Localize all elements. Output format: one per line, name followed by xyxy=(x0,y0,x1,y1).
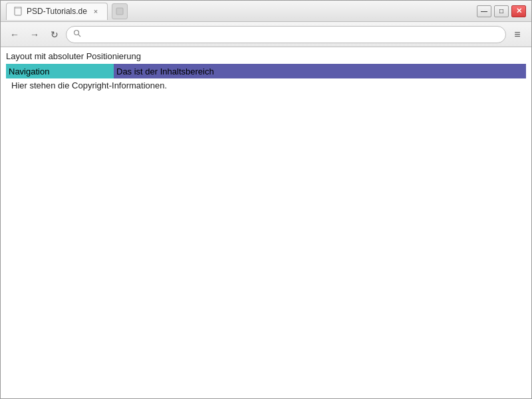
page-content: Layout mit absoluter Positionierung Navi… xyxy=(1,47,531,398)
address-input[interactable] xyxy=(85,30,499,39)
forward-button[interactable]: → xyxy=(26,26,43,43)
address-search-icon xyxy=(73,29,81,39)
browser-window: PSD-Tutorials.de × — □ ✕ ← → ↻ xyxy=(0,0,532,399)
nav-label: Navigation xyxy=(9,66,49,76)
tab-favicon xyxy=(13,7,23,16)
new-tab-button[interactable] xyxy=(112,3,128,19)
page-body: Layout mit absoluter Positionierung Navi… xyxy=(1,47,531,96)
maximize-button[interactable]: □ xyxy=(494,5,509,17)
close-button[interactable]: ✕ xyxy=(511,5,526,17)
address-bar[interactable] xyxy=(66,26,506,43)
content-section: Das ist der Inhaltsbereich xyxy=(114,64,526,78)
browser-menu-button[interactable]: ≡ xyxy=(509,26,526,43)
title-bar: PSD-Tutorials.de × — □ ✕ xyxy=(1,1,531,22)
svg-line-4 xyxy=(78,35,80,37)
page-title: Layout mit absoluter Positionierung xyxy=(6,51,526,61)
tab-label: PSD-Tutorials.de xyxy=(27,7,87,16)
nav-section: Navigation xyxy=(6,64,114,78)
svg-point-3 xyxy=(74,31,79,35)
window-controls: — □ ✕ xyxy=(477,5,526,17)
reload-button[interactable]: ↻ xyxy=(46,26,63,43)
navigation-bar: ← → ↻ ≡ xyxy=(1,22,531,47)
footer-section: Hier stehen die Copyright-Informationen. xyxy=(6,78,526,92)
back-button[interactable]: ← xyxy=(6,26,23,43)
footer-label: Hier stehen die Copyright-Informationen. xyxy=(11,80,167,90)
minimize-button[interactable]: — xyxy=(477,5,491,17)
svg-rect-2 xyxy=(116,8,123,15)
layout-row: Navigation Das ist der Inhaltsbereich xyxy=(6,64,526,78)
content-label: Das ist der Inhaltsbereich xyxy=(116,66,214,76)
tab-close-button[interactable]: × xyxy=(91,7,100,16)
title-bar-left: PSD-Tutorials.de × xyxy=(6,3,477,20)
browser-tab[interactable]: PSD-Tutorials.de × xyxy=(6,3,108,20)
